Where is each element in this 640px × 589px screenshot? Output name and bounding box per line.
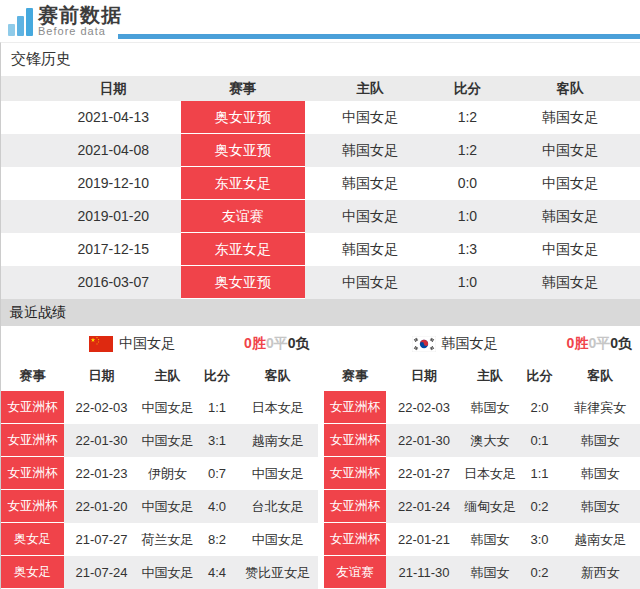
bar-chart-logo-icon [8, 6, 33, 37]
competition-badge: 女亚洲杯 [1, 457, 64, 490]
away-cell: 台北女足 [238, 490, 317, 523]
score-cell: 4:0 [196, 490, 238, 523]
h2h-table-row: 2019-12-10 东亚女足 韩国女足 0:0 中国女足 [1, 167, 640, 200]
home-cell: 日本女足 [461, 457, 518, 490]
china-table-row: 女亚洲杯 22-02-03 中国女足 1:1 日本女足 [1, 391, 318, 424]
home-cell: 中国女足 [139, 391, 196, 424]
score-cell: 2:0 [518, 391, 560, 424]
home-cell: 韩国女 [461, 391, 518, 424]
page: 赛前数据 Before data 交锋历史 日期 赛事 主队 比分 客队 202… [0, 0, 640, 589]
h2h-table-row: 2021-04-08 奥女亚预 韩国女足 1:2 中国女足 [1, 134, 640, 167]
h2h-table-row: 2019-01-20 友谊赛 中国女足 1:0 韩国女足 [1, 200, 640, 233]
away-cell: 韩国女 [561, 424, 640, 457]
korea-table-body: 女亚洲杯 22-02-03 韩国女 2:0 菲律宾女 女亚洲杯 22-01-30… [324, 391, 640, 589]
h2h-col-date: 日期 [1, 76, 181, 101]
china-table-row: 奥女足 21-07-24 中国女足 4:4 赞比亚女足 [1, 556, 318, 589]
h2h-date-cell: 2019-12-10 [1, 167, 181, 200]
score-cell: 0:2 [518, 490, 560, 523]
logo-subtitle: Before data [38, 25, 122, 37]
score-cell: 0:7 [196, 457, 238, 490]
korea-table-row: 友谊赛 21-11-30 韩国女 0:2 新西女 [324, 556, 640, 589]
away-cell: 韩国女 [561, 490, 640, 523]
home-cell: 中国女足 [139, 556, 196, 589]
col-score: 比分 [518, 361, 560, 391]
china-table-row: 奥女足 21-07-27 荷兰女足 8:2 中国女足 [1, 523, 318, 556]
date-cell: 22-02-03 [386, 391, 461, 424]
h2h-header-row: 日期 赛事 主队 比分 客队 [1, 76, 640, 101]
competition-badge: 女亚洲杯 [1, 391, 64, 424]
away-cell: 日本女足 [238, 391, 317, 424]
away-cell: 越南女足 [238, 424, 317, 457]
away-cell: 韩国女 [561, 457, 640, 490]
china-losses: 0负 [288, 335, 310, 351]
recent-section-title: 最近战绩 [1, 299, 640, 326]
main-content: 交锋历史 日期 赛事 主队 比分 客队 2021-04-13 奥女亚预 中国女足… [0, 42, 640, 589]
h2h-score-cell: 1:0 [435, 200, 500, 233]
h2h-table-row: 2021-04-13 奥女亚预 中国女足 1:2 韩国女足 [1, 101, 640, 134]
score-cell: 1:1 [196, 391, 238, 424]
korea-table-row: 女亚洲杯 22-01-24 缅甸女足 0:2 韩国女 [324, 490, 640, 523]
h2h-date-cell: 2021-04-13 [1, 101, 181, 134]
home-cell: 韩国女 [461, 523, 518, 556]
h2h-score-cell: 1:3 [435, 233, 500, 266]
date-cell: 22-01-20 [64, 490, 139, 523]
col-date: 日期 [386, 361, 461, 391]
korea-table-row: 女亚洲杯 22-01-27 日本女足 1:1 韩国女 [324, 457, 640, 490]
h2h-score-cell: 1:2 [435, 134, 500, 167]
h2h-away-cell: 中国女足 [500, 134, 640, 167]
competition-badge: 女亚洲杯 [324, 490, 387, 523]
site-logo[interactable]: 赛前数据 Before data [8, 5, 122, 37]
header-accent-line [118, 34, 640, 39]
h2h-date-cell: 2016-03-07 [1, 266, 181, 299]
logo-text: 赛前数据 Before data [38, 5, 122, 37]
korea-recent-table: 赛事 日期 主队 比分 客队 女亚洲杯 22-02-03 韩国女 [324, 361, 640, 589]
recent-panel-china: 中国女足 0胜0平0负 赛事 日期 主队 比分 客队 [1, 326, 318, 589]
col-home: 主队 [461, 361, 518, 391]
china-team-row: 中国女足 0胜0平0负 [1, 326, 318, 361]
col-away: 客队 [238, 361, 317, 391]
away-cell: 中国女足 [238, 523, 317, 556]
logo-title: 赛前数据 [38, 5, 122, 25]
date-cell: 22-01-23 [64, 457, 139, 490]
china-wins: 0胜 [244, 335, 266, 351]
away-cell: 新西女 [561, 556, 640, 589]
date-cell: 22-01-21 [386, 523, 461, 556]
h2h-score-cell: 1:0 [435, 266, 500, 299]
h2h-score-cell: 1:2 [435, 101, 500, 134]
competition-badge: 奥女足 [1, 523, 64, 556]
competition-badge: 友谊赛 [324, 556, 387, 589]
h2h-away-cell: 中国女足 [500, 233, 640, 266]
h2h-table-row: 2016-03-07 奥女亚预 中国女足 1:0 韩国女足 [1, 266, 640, 299]
korea-table-row: 女亚洲杯 22-01-21 韩国女 3:0 越南女足 [324, 523, 640, 556]
date-cell: 21-07-24 [64, 556, 139, 589]
home-cell: 韩国女 [461, 556, 518, 589]
h2h-table-body: 2021-04-13 奥女亚预 中国女足 1:2 韩国女足 2021-04-08… [1, 101, 640, 299]
home-cell: 伊朗女 [139, 457, 196, 490]
col-competition: 赛事 [1, 361, 64, 391]
h2h-col-score: 比分 [435, 76, 500, 101]
h2h-away-cell: 中国女足 [500, 167, 640, 200]
h2h-col-away: 客队 [500, 76, 640, 101]
h2h-competition-badge: 东亚女足 [181, 167, 306, 200]
score-cell: 0:1 [518, 424, 560, 457]
site-header: 赛前数据 Before data [0, 0, 640, 42]
korea-table-row: 女亚洲杯 22-01-30 澳大女 0:1 韩国女 [324, 424, 640, 457]
china-table-body: 女亚洲杯 22-02-03 中国女足 1:1 日本女足 女亚洲杯 22-01-3… [1, 391, 318, 589]
h2h-home-cell: 中国女足 [305, 101, 435, 134]
competition-badge: 女亚洲杯 [324, 424, 387, 457]
home-cell: 荷兰女足 [139, 523, 196, 556]
date-cell: 22-01-30 [386, 424, 461, 457]
h2h-away-cell: 韩国女足 [500, 101, 640, 134]
h2h-col-home: 主队 [305, 76, 435, 101]
col-competition: 赛事 [324, 361, 387, 391]
china-record: 0胜0平0负 [244, 335, 309, 353]
score-cell: 8:2 [196, 523, 238, 556]
h2h-home-cell: 中国女足 [305, 200, 435, 233]
h2h-competition-badge: 东亚女足 [181, 233, 306, 266]
date-cell: 22-01-30 [64, 424, 139, 457]
date-cell: 21-11-30 [386, 556, 461, 589]
h2h-table-row: 2017-12-15 东亚女足 韩国女足 1:3 中国女足 [1, 233, 640, 266]
col-home: 主队 [139, 361, 196, 391]
competition-badge: 奥女足 [1, 556, 64, 589]
date-cell: 21-07-27 [64, 523, 139, 556]
